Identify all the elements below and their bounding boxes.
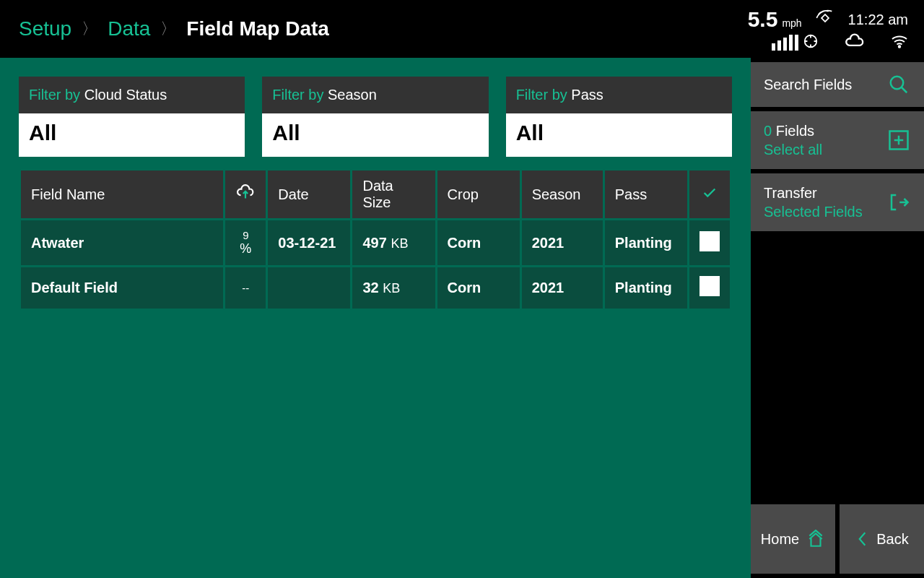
selected-count-line: 0 Fields	[764, 121, 878, 140]
transfer-sublabel: Selected Fields	[764, 202, 878, 221]
signal-bars-icon	[772, 35, 798, 51]
field-table: Field Name Date Data Size Crop Season Pa…	[19, 168, 732, 311]
table-row[interactable]: Default Field--32 KBCorn2021Planting	[21, 267, 730, 309]
cell-checkbox[interactable]	[689, 220, 730, 265]
checkbox[interactable]	[699, 276, 720, 296]
filter-value: All	[19, 113, 245, 157]
search-fields-button[interactable]: Search Fields	[751, 62, 924, 107]
svg-point-2	[899, 46, 900, 47]
breadcrumb-setup[interactable]: Setup	[19, 17, 71, 40]
filters-row: Filter by Cloud Status All Filter by Sea…	[19, 77, 732, 157]
search-fields-label: Search Fields	[764, 75, 878, 94]
chevron-right-icon: 〉	[82, 18, 97, 40]
clock: 11:22 am	[848, 12, 908, 28]
cell-crop: Corn	[437, 267, 520, 309]
search-icon	[886, 72, 911, 97]
chevron-left-icon	[855, 530, 869, 548]
cell-pass: Planting	[605, 267, 687, 309]
home-button[interactable]: Home	[751, 504, 835, 574]
filter-label: Filter by Pass	[506, 77, 732, 113]
breadcrumb-data[interactable]: Data	[108, 17, 150, 40]
cell-date	[268, 267, 350, 309]
select-all-label: Select all	[764, 140, 878, 159]
header-pass[interactable]: Pass	[605, 171, 687, 218]
svg-point-3	[891, 77, 904, 90]
header-select-all[interactable]	[689, 171, 730, 218]
header-date[interactable]: Date	[268, 171, 350, 218]
speed-value: 5.5	[748, 7, 778, 32]
back-label: Back	[876, 531, 908, 548]
header-season[interactable]: Season	[522, 171, 603, 218]
cell-size: 497 KB	[352, 220, 435, 265]
filter-season[interactable]: Filter by Season All	[262, 77, 488, 157]
header-data-size[interactable]: Data Size	[352, 171, 435, 218]
satellite-icon	[815, 8, 835, 31]
wifi-icon	[891, 34, 908, 51]
cell-size: 32 KB	[352, 267, 435, 309]
checkbox[interactable]	[699, 231, 720, 251]
page-title: Field Map Data	[186, 17, 329, 40]
table-header-row: Field Name Date Data Size Crop Season Pa…	[21, 171, 730, 218]
cloud-upload-icon	[236, 184, 255, 202]
cell-date: 03-12-21	[268, 220, 350, 265]
gps-icon	[803, 33, 819, 52]
cell-season: 2021	[522, 220, 603, 265]
breadcrumb: Setup 〉 Data 〉 Field Map Data	[0, 0, 329, 58]
header-crop[interactable]: Crop	[437, 171, 520, 218]
svg-rect-0	[821, 14, 829, 22]
filter-cloud-status[interactable]: Filter by Cloud Status All	[19, 77, 245, 157]
topbar: Setup 〉 Data 〉 Field Map Data 5.5 mph 11…	[0, 0, 924, 58]
cloud-icon	[845, 33, 865, 52]
filter-value: All	[506, 113, 732, 157]
cell-sync: --	[225, 267, 266, 309]
filter-label: Filter by Cloud Status	[19, 77, 245, 113]
transfer-label: Transfer	[764, 184, 878, 202]
check-icon	[702, 185, 718, 201]
cell-pass: Planting	[605, 220, 687, 265]
back-button[interactable]: Back	[840, 504, 924, 574]
table-row[interactable]: Atwater9 %03-12-21497 KBCorn2021Planting	[21, 220, 730, 265]
filter-value: All	[262, 113, 488, 157]
plus-square-icon	[886, 128, 911, 152]
main-content: Filter by Cloud Status All Filter by Sea…	[0, 58, 751, 578]
home-label: Home	[761, 531, 799, 548]
right-panel: Search Fields 0 Fields Select all Transf…	[751, 58, 924, 578]
speed-indicator: 5.5 mph	[748, 7, 802, 32]
status-area: 5.5 mph 11:22 am	[748, 0, 924, 58]
select-all-button[interactable]: 0 Fields Select all	[751, 111, 924, 169]
speed-unit: mph	[782, 17, 801, 29]
selected-count-label: Fields	[776, 123, 814, 139]
transfer-button[interactable]: Transfer Selected Fields	[751, 173, 924, 231]
home-icon	[806, 530, 825, 548]
filter-label: Filter by Season	[262, 77, 488, 113]
selected-count: 0	[764, 123, 772, 139]
cell-field-name: Atwater	[21, 220, 223, 265]
cell-season: 2021	[522, 267, 603, 309]
header-field-name[interactable]: Field Name	[21, 171, 223, 218]
cell-crop: Corn	[437, 220, 520, 265]
cell-checkbox[interactable]	[689, 267, 730, 309]
cell-field-name: Default Field	[21, 267, 223, 309]
cell-sync: 9 %	[225, 220, 266, 265]
filter-pass[interactable]: Filter by Pass All	[506, 77, 732, 157]
header-cloud-status[interactable]	[225, 171, 266, 218]
chevron-right-icon: 〉	[160, 18, 176, 40]
export-icon	[886, 190, 911, 215]
